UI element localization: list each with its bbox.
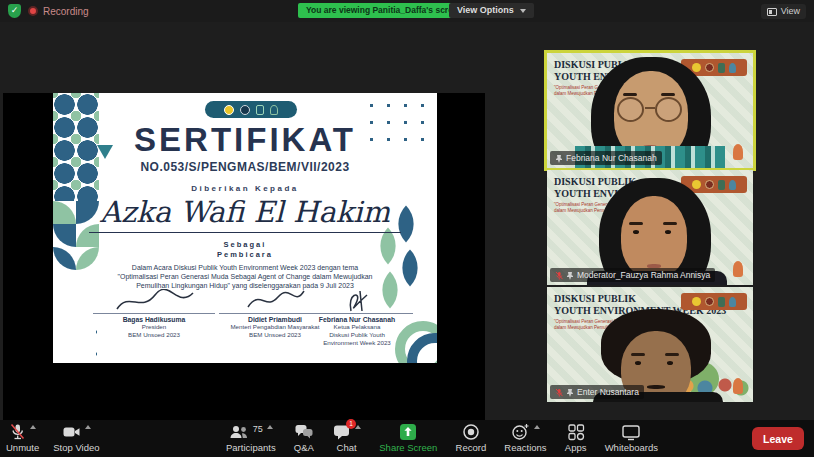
recipient-name: Azka Wafi El Hakim	[73, 195, 417, 229]
share-screen-button[interactable]: Share Screen	[379, 423, 437, 453]
meeting-toolbar: Unmute Stop Video	[0, 420, 814, 457]
shared-screen-area: SERTIFIKAT NO.053/S/PENGMAS/BEM/VII/2023…	[3, 93, 485, 420]
reactions-button[interactable]: Reactions	[504, 423, 546, 453]
participant-video-enter[interactable]: DISKUSI PUBLIKYOUTH ENVIRONMENT WEEK 202…	[547, 287, 753, 402]
chat-button[interactable]: 1 Chat	[332, 423, 361, 453]
participants-icon	[229, 423, 249, 441]
background-logos-banner	[681, 293, 747, 310]
share-screen-label: Share Screen	[379, 442, 437, 453]
recording-icon	[28, 6, 38, 16]
muted-mic-icon	[555, 388, 563, 397]
record-button[interactable]: Record	[456, 423, 487, 453]
encryption-shield-icon: ✓	[8, 4, 21, 18]
certificate-description: Dalam Acara Diskusi Publik Youth Environ…	[73, 263, 417, 290]
given-to-label: Diberikan Kepada	[73, 184, 417, 193]
pin-icon	[566, 388, 574, 397]
certificate-slide: SERTIFIKAT NO.053/S/PENGMAS/BEM/VII/2023…	[53, 93, 437, 363]
qa-button[interactable]: Q&A	[294, 423, 314, 453]
share-screen-icon	[399, 423, 417, 441]
leave-button[interactable]: Leave	[752, 427, 804, 450]
participants-button[interactable]: 75 Participants	[226, 423, 276, 453]
participant-name-label: Enter Nusantara	[550, 385, 644, 399]
view-options-label: View Options	[457, 3, 514, 18]
chevron-up-icon[interactable]	[534, 425, 540, 429]
signature-scribble	[327, 289, 387, 313]
illustration-figure	[733, 378, 743, 394]
zoom-meeting-window: ✓ Recording You are viewing Panitia_Daff…	[0, 0, 814, 457]
unmute-label: Unmute	[6, 442, 39, 453]
participant-video-moderator[interactable]: DISKUSI PUBLIKYOUTH ENVIRONMENT "Optimal…	[547, 170, 753, 285]
viewing-screen-banner: You are viewing Panitia_Daffa's screen	[298, 3, 471, 18]
glasses-icon	[655, 97, 682, 122]
person-feature	[633, 230, 639, 234]
person-feature	[635, 361, 641, 365]
signature-scribble	[111, 289, 197, 313]
chevron-up-icon[interactable]	[267, 425, 273, 429]
participant-video-strip: DISKUSI PUBLIKYOUTH ENVIRONMENT "Optimal…	[547, 53, 753, 404]
stop-video-label: Stop Video	[53, 442, 99, 453]
muted-mic-icon	[9, 423, 26, 441]
certificate-body: SERTIFIKAT NO.053/S/PENGMAS/BEM/VII/2023…	[73, 93, 417, 290]
pin-icon	[555, 154, 563, 163]
person-mustache	[647, 385, 665, 389]
person-feature	[629, 222, 643, 225]
certificate-title: SERTIFIKAT	[73, 121, 417, 159]
pin-icon	[566, 271, 574, 280]
view-options-button[interactable]: View Options	[449, 3, 534, 18]
person-feature	[665, 353, 679, 356]
qa-label: Q&A	[294, 442, 314, 453]
chevron-up-icon[interactable]	[355, 425, 361, 429]
illustration-figure	[733, 261, 743, 277]
camera-icon	[62, 423, 81, 441]
signatory-president: Bagas Hadikusuma Presiden BEM Unsoed 202…	[93, 289, 215, 339]
chevron-up-icon[interactable]	[30, 425, 36, 429]
participant-name-label: Moderator_Fauzya Rahma Annisya	[550, 268, 715, 282]
signatory-chairperson: Febriana Nur Chasanah Ketua Pelaksana Di…	[301, 289, 413, 347]
record-label: Record	[456, 442, 487, 453]
certificate-number: NO.053/S/PENGMAS/BEM/VII/2023	[73, 160, 417, 174]
person-feature	[631, 353, 645, 356]
reactions-label: Reactions	[504, 442, 546, 453]
person-feature	[665, 230, 671, 234]
name-underline	[89, 232, 401, 233]
unmute-button[interactable]: Unmute	[6, 423, 39, 453]
layout-view-icon	[767, 8, 777, 16]
chevron-up-icon[interactable]	[85, 425, 91, 429]
meeting-topbar: ✓ Recording You are viewing Panitia_Daff…	[0, 0, 814, 22]
view-button[interactable]: View	[761, 4, 806, 19]
qa-icon	[294, 423, 314, 441]
apps-icon	[567, 423, 585, 441]
apps-button[interactable]: Apps	[565, 423, 587, 453]
signature-scribble	[240, 289, 310, 313]
whiteboards-label: Whiteboards	[605, 442, 658, 453]
apps-label: Apps	[565, 442, 587, 453]
reactions-smiley-icon	[511, 423, 530, 441]
stop-video-button[interactable]: Stop Video	[53, 423, 99, 453]
chat-label: Chat	[337, 442, 357, 453]
view-button-label: View	[781, 4, 800, 19]
as-label: Sebagai	[73, 240, 417, 249]
whiteboards-button[interactable]: Whiteboards	[605, 423, 658, 453]
person-feature	[663, 222, 677, 225]
whiteboard-icon	[621, 423, 641, 441]
glasses-icon	[617, 97, 644, 122]
person-feature	[667, 361, 673, 365]
chevron-down-icon	[520, 9, 526, 13]
participants-label: Participants	[226, 442, 276, 453]
record-icon	[462, 423, 480, 441]
recording-label: Recording	[43, 6, 89, 17]
signature-row: BEM UNSOED Bagas Hadikusuma Presiden BEM…	[53, 289, 437, 363]
participant-video-febriana[interactable]: DISKUSI PUBLIKYOUTH ENVIRONMENT "Optimal…	[547, 53, 753, 168]
glasses-bridge	[645, 107, 655, 109]
person-feature	[623, 93, 637, 96]
person-feature	[661, 93, 675, 96]
participant-name-label: Febriana Nur Chasanah	[550, 151, 662, 165]
participants-count: 75	[253, 424, 263, 434]
illustration-figure	[733, 144, 743, 160]
recipient-role: Pembicara	[73, 250, 417, 259]
muted-mic-icon	[555, 271, 563, 280]
